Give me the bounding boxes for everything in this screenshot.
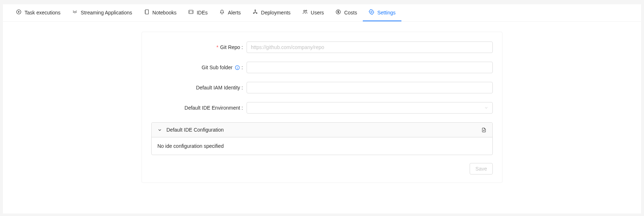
form-row-ide-environment: Default IDE Environment : — [151, 102, 493, 114]
form-control — [247, 102, 493, 114]
tab-label: Users — [311, 10, 324, 16]
settings-card: * Git Repo : Git Sub folder : — [142, 32, 502, 183]
form-row-iam-identity: Default IAM Identity : — [151, 82, 493, 93]
tab-label: Costs — [344, 10, 357, 16]
git-subfolder-input[interactable] — [247, 62, 493, 73]
colon: : — [242, 105, 243, 111]
tabs-bar: Task executions Streaming Applications N… — [3, 4, 641, 22]
git-repo-label: * Git Repo : — [151, 44, 247, 50]
ide-config-collapse-body: No ide configuration specified — [152, 137, 492, 155]
required-star: * — [216, 44, 218, 50]
tab-label: IDEs — [197, 10, 208, 16]
play-circle-icon — [16, 9, 22, 16]
svg-rect-1 — [145, 10, 149, 14]
ide-config-collapse: Default IDE Configuration No ide configu… — [151, 122, 493, 155]
ide-environment-label: Default IDE Environment : — [151, 105, 247, 111]
label-text: Git Sub folder — [202, 65, 233, 70]
label-text: Default IDE Environment — [184, 105, 240, 111]
file-add-icon[interactable] — [481, 127, 487, 133]
stream-icon — [72, 9, 78, 16]
tab-costs[interactable]: Costs — [330, 4, 363, 21]
tab-streaming-applications[interactable]: Streaming Applications — [66, 4, 138, 21]
iam-identity-input[interactable] — [247, 82, 493, 93]
tab-label: Deployments — [261, 10, 291, 16]
git-subfolder-label: Git Sub folder : — [151, 65, 247, 70]
iam-identity-label: Default IAM Identity : — [151, 85, 247, 91]
label-text: Default IAM Identity — [196, 85, 240, 91]
tab-deployments[interactable]: Deployments — [247, 4, 296, 21]
notebook-icon — [144, 9, 149, 16]
tab-label: Notebooks — [152, 10, 177, 16]
tab-label: Alerts — [228, 10, 241, 16]
git-repo-input[interactable] — [247, 41, 493, 53]
tab-label: Settings — [377, 10, 396, 16]
form-control — [247, 41, 493, 53]
label-text: Git Repo — [220, 44, 240, 50]
tab-settings[interactable]: Settings — [363, 4, 401, 21]
tab-task-executions[interactable]: Task executions — [10, 4, 66, 21]
tab-label: Streaming Applications — [81, 10, 132, 16]
tab-label: Task executions — [25, 10, 61, 16]
tab-ides[interactable]: IDEs — [182, 4, 213, 21]
card-footer: Save — [151, 163, 493, 175]
ide-icon — [188, 9, 194, 16]
alert-icon — [219, 9, 225, 16]
save-button[interactable]: Save — [470, 163, 493, 175]
form-control — [247, 82, 493, 93]
deployment-icon — [252, 9, 258, 16]
tab-alerts[interactable]: Alerts — [213, 4, 247, 21]
svg-point-6 — [255, 10, 256, 11]
collapse-title: Default IDE Configuration — [166, 127, 224, 133]
collapse-body-text: No ide configuration specified — [157, 143, 224, 149]
chevron-down-icon — [484, 106, 488, 110]
collapse-header-left: Default IDE Configuration — [157, 127, 224, 133]
dollar-icon — [335, 9, 341, 16]
users-icon — [302, 9, 308, 16]
colon: : — [242, 44, 243, 50]
svg-point-10 — [305, 10, 306, 11]
svg-point-12 — [371, 11, 372, 13]
svg-point-15 — [237, 66, 238, 67]
colon: : — [242, 65, 243, 70]
tab-notebooks[interactable]: Notebooks — [138, 4, 182, 21]
form-control — [247, 62, 493, 73]
form-row-git-repo: * Git Repo : — [151, 41, 493, 53]
ide-config-collapse-header[interactable]: Default IDE Configuration — [152, 123, 492, 137]
info-icon[interactable] — [235, 65, 240, 70]
form-row-git-subfolder: Git Sub folder : — [151, 62, 493, 73]
ide-environment-select[interactable] — [247, 102, 493, 114]
svg-point-9 — [304, 10, 305, 12]
chevron-down-icon — [157, 128, 162, 132]
tab-users[interactable]: Users — [296, 4, 330, 21]
settings-icon — [369, 9, 374, 16]
page: Task executions Streaming Applications N… — [3, 4, 641, 213]
content-area: * Git Repo : Git Sub folder : — [3, 22, 641, 194]
colon: : — [242, 85, 243, 91]
